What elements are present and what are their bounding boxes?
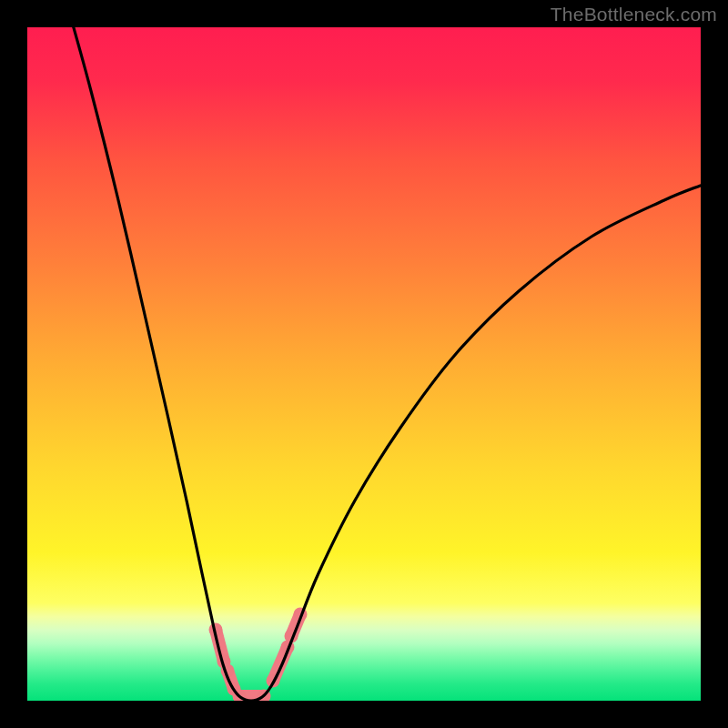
watermark-text: TheBottleneck.com xyxy=(551,4,717,25)
curve-layer xyxy=(27,27,701,701)
chart-stage: TheBottleneck.com xyxy=(0,0,728,728)
highlight-segments xyxy=(216,614,300,696)
plot-area xyxy=(27,27,701,701)
bottleneck-curve xyxy=(71,27,701,701)
